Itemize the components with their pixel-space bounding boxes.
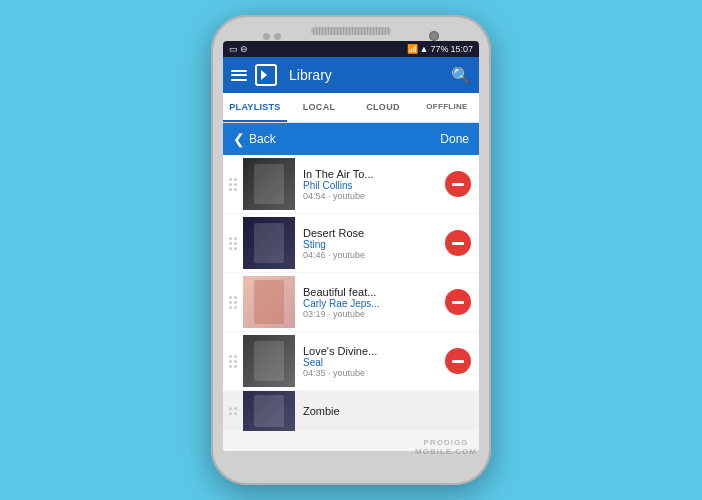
minus-icon bbox=[452, 360, 464, 363]
done-button[interactable]: Done bbox=[440, 132, 469, 146]
hamburger-menu-button[interactable] bbox=[231, 70, 247, 81]
watermark: PRODIGG MOBILE.COM bbox=[415, 439, 477, 457]
song-thumbnail bbox=[243, 276, 295, 328]
wifi-icon: ▲ bbox=[420, 44, 429, 54]
tabs-bar: PLAYLISTS LOCAL CLOUD OFFFLINE bbox=[223, 93, 479, 123]
table-row[interactable]: Love's Divine... Seal 04:35 · youtube bbox=[223, 332, 479, 390]
phone-screen: ▭ ⊖ 📶 ▲ 77% 15:07 Library 🔍 PLAYLISTS bbox=[223, 41, 479, 451]
signal-icon: 📶 bbox=[407, 44, 418, 54]
status-left-icons: ▭ ⊖ bbox=[229, 44, 248, 54]
status-right-icons: 📶 ▲ 77% 15:07 bbox=[407, 44, 473, 54]
song-thumbnail bbox=[243, 391, 295, 431]
song-title: Desert Rose bbox=[303, 227, 437, 239]
song-meta: 04:46 · youtube bbox=[303, 250, 437, 260]
remove-button[interactable] bbox=[445, 348, 471, 374]
song-info: Desert Rose Sting 04:46 · youtube bbox=[295, 227, 445, 260]
back-arrow-icon: ❮ bbox=[233, 131, 245, 147]
table-row[interactable]: Desert Rose Sting 04:46 · youtube bbox=[223, 214, 479, 272]
song-artist: Carly Rae Jeps... bbox=[303, 298, 437, 309]
time-display: 15:07 bbox=[450, 44, 473, 54]
song-title: In The Air To... bbox=[303, 168, 437, 180]
back-label: Back bbox=[249, 132, 276, 146]
song-artist: Seal bbox=[303, 357, 437, 368]
song-artist: Phil Collins bbox=[303, 180, 437, 191]
remove-button[interactable] bbox=[445, 289, 471, 315]
song-meta: 04:35 · youtube bbox=[303, 368, 437, 378]
drag-handle[interactable] bbox=[223, 178, 243, 191]
song-title: Zombie bbox=[303, 405, 463, 417]
song-list: In The Air To... Phil Collins 04:54 · yo… bbox=[223, 155, 479, 451]
song-info: In The Air To... Phil Collins 04:54 · yo… bbox=[295, 168, 445, 201]
app-logo-play-icon bbox=[261, 70, 271, 80]
back-done-bar: ❮ Back Done bbox=[223, 123, 479, 155]
app-bar: Library 🔍 bbox=[223, 57, 479, 93]
back-button[interactable]: ❮ Back bbox=[233, 131, 276, 147]
drag-handle[interactable] bbox=[223, 296, 243, 309]
song-info: Zombie bbox=[295, 405, 471, 417]
minus-icon bbox=[452, 301, 464, 304]
phone-camera bbox=[429, 31, 439, 41]
app-title: Library bbox=[289, 67, 443, 83]
table-row[interactable]: Beautiful feat... Carly Rae Jeps... 03:1… bbox=[223, 273, 479, 331]
song-thumbnail bbox=[243, 335, 295, 387]
song-title: Love's Divine... bbox=[303, 345, 437, 357]
song-title: Beautiful feat... bbox=[303, 286, 437, 298]
minus-icon bbox=[452, 242, 464, 245]
tab-cloud[interactable]: CLOUD bbox=[351, 93, 415, 122]
drag-handle[interactable] bbox=[223, 355, 243, 368]
screen-icon: ▭ bbox=[229, 44, 238, 54]
remove-button[interactable] bbox=[445, 230, 471, 256]
song-info: Beautiful feat... Carly Rae Jeps... 03:1… bbox=[295, 286, 445, 319]
song-meta: 03:19 · youtube bbox=[303, 309, 437, 319]
minus-icon: ⊖ bbox=[240, 44, 248, 54]
status-bar: ▭ ⊖ 📶 ▲ 77% 15:07 bbox=[223, 41, 479, 57]
phone-speaker bbox=[311, 27, 391, 35]
song-thumbnail bbox=[243, 158, 295, 210]
minus-icon bbox=[452, 183, 464, 186]
table-row[interactable]: In The Air To... Phil Collins 04:54 · yo… bbox=[223, 155, 479, 213]
tab-playlists[interactable]: PLAYLISTS bbox=[223, 93, 287, 122]
tab-offline[interactable]: OFFFLINE bbox=[415, 93, 479, 122]
song-thumbnail bbox=[243, 217, 295, 269]
drag-handle[interactable] bbox=[223, 407, 243, 415]
search-button[interactable]: 🔍 bbox=[451, 66, 471, 85]
phone-frame: ▭ ⊖ 📶 ▲ 77% 15:07 Library 🔍 PLAYLISTS bbox=[211, 15, 491, 485]
song-info: Love's Divine... Seal 04:35 · youtube bbox=[295, 345, 445, 378]
phone-dots bbox=[263, 33, 281, 40]
song-meta: 04:54 · youtube bbox=[303, 191, 437, 201]
song-artist: Sting bbox=[303, 239, 437, 250]
drag-handle[interactable] bbox=[223, 237, 243, 250]
table-row[interactable]: Zombie bbox=[223, 391, 479, 431]
app-logo bbox=[255, 64, 277, 86]
remove-button[interactable] bbox=[445, 171, 471, 197]
tab-local[interactable]: LOCAL bbox=[287, 93, 351, 122]
battery-text: 77% bbox=[430, 44, 448, 54]
